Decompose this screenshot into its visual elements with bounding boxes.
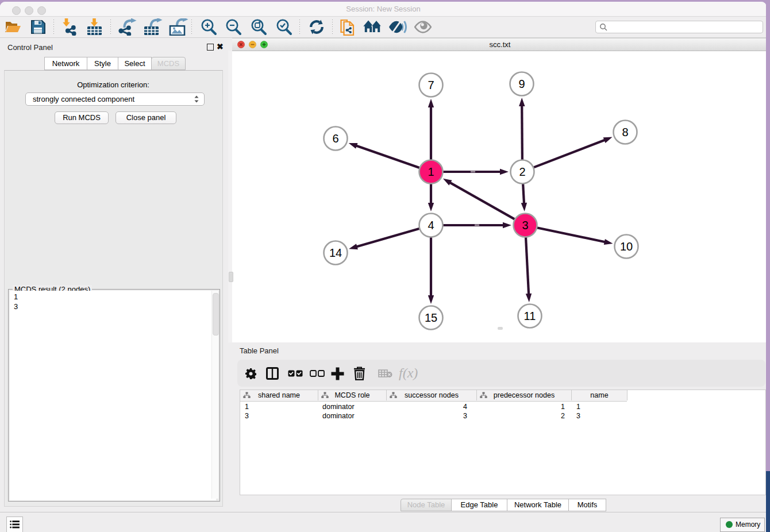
svg-text:8: 8 <box>622 126 628 138</box>
svg-text:6: 6 <box>332 132 338 145</box>
svg-text:15: 15 <box>425 311 437 324</box>
svg-text:1: 1 <box>428 165 434 178</box>
svg-text:3: 3 <box>522 219 528 232</box>
svg-text:2: 2 <box>519 165 525 178</box>
svg-text:11: 11 <box>524 310 536 322</box>
svg-text:4: 4 <box>428 219 434 232</box>
svg-text:14: 14 <box>329 246 342 259</box>
svg-text:7: 7 <box>428 79 434 91</box>
svg-text:9: 9 <box>518 78 525 90</box>
svg-text:10: 10 <box>620 240 633 253</box>
